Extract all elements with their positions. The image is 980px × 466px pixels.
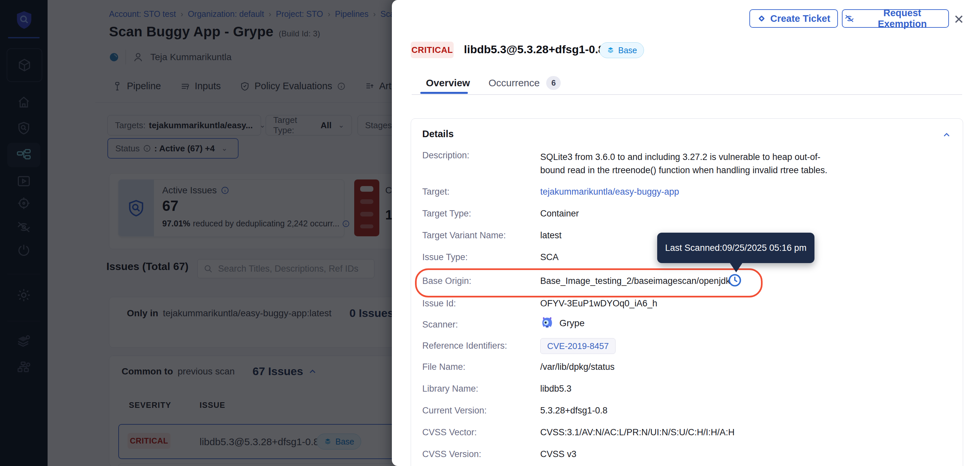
eye-off-icon <box>845 14 854 24</box>
description-label: Description: <box>422 150 469 161</box>
issue-type-value: SCA <box>540 252 559 262</box>
target-type-value: Container <box>540 208 579 219</box>
current-version-value: 5.3.28+dfsg1-0.8 <box>540 406 607 416</box>
drawer-tabs: Overview Occurrence 6 <box>426 76 561 90</box>
scanner-value: Grype <box>540 316 584 331</box>
collapse-section-button[interactable] <box>942 130 951 140</box>
close-drawer-button[interactable] <box>951 12 966 27</box>
file-name-label: File Name: <box>422 362 466 372</box>
cvss-version-label: CVSS Version: <box>422 449 481 460</box>
drawer-issue-title: libdb5.3@5.3.28+dfsg1-0.8 <box>464 43 605 56</box>
request-exemption-button[interactable]: Request Exemption <box>842 9 949 28</box>
last-scanned-clock-icon[interactable] <box>728 274 741 287</box>
active-tab-underline <box>420 92 468 94</box>
drawer-severity-badge: CRITICAL <box>411 41 453 58</box>
reference-identifiers-label: Reference Identifiers: <box>422 341 507 351</box>
chevron-up-icon <box>942 130 951 140</box>
occurrence-count-badge: 6 <box>546 76 561 90</box>
tab-overview[interactable]: Overview <box>426 77 470 89</box>
base-origin-value: Base_Image_testing_2/baseimagescan/openj… <box>540 276 730 286</box>
issue-id-value: OFYV-3EuP1wDYOq0_iA6_h <box>540 299 657 309</box>
tabs-divider <box>412 94 962 95</box>
library-name-label: Library Name: <box>422 384 479 394</box>
ticket-diamond-icon <box>757 14 766 23</box>
tooltip-arrow <box>730 262 743 272</box>
layers-icon <box>606 46 615 54</box>
variant-label: Target Variant Name: <box>422 231 506 240</box>
cve-link-pill[interactable]: CVE-2019-8457 <box>540 338 616 354</box>
base-origin-label: Base Origin: <box>422 276 471 286</box>
last-scanned-tooltip: Last Scanned:09/25/2025 05:16 pm <box>657 233 815 263</box>
cvss-vector-value: CVSS:3.1/AV:N/AC:L/PR:N/UI:N/S:U/C:H/I:H… <box>540 427 735 437</box>
issue-id-label: Issue Id: <box>422 299 456 309</box>
variant-value: latest <box>540 231 562 240</box>
cvss-version-value: CVSS v3 <box>540 449 577 460</box>
details-heading: Details <box>422 129 453 140</box>
create-ticket-button[interactable]: Create Ticket <box>749 9 838 28</box>
target-type-label: Target Type: <box>422 208 471 219</box>
issue-type-label: Issue Type: <box>422 252 468 262</box>
scanner-label: Scanner: <box>422 320 458 330</box>
cvss-vector-label: CVSS Vector: <box>422 427 477 437</box>
library-name-value: libdb5.3 <box>540 384 572 394</box>
close-icon <box>953 14 964 25</box>
target-label: Target: <box>422 187 450 197</box>
drawer-base-tag-pill: Base <box>599 42 644 58</box>
details-card: Details Description: SQLite3 from 3.6.0 … <box>411 118 963 466</box>
issue-detail-drawer: Create Ticket Request Exemption CRITICAL… <box>392 0 980 466</box>
file-name-value: /var/lib/dpkg/status <box>540 362 614 372</box>
grype-scanner-icon <box>540 316 554 331</box>
description-value: SQLite3 from 3.6.0 to and including 3.27… <box>540 150 831 177</box>
target-link[interactable]: tejakummarikuntla/easy-buggy-app <box>540 187 679 197</box>
tab-occurrence[interactable]: Occurrence <box>488 77 539 89</box>
current-version-label: Current Version: <box>422 406 487 416</box>
